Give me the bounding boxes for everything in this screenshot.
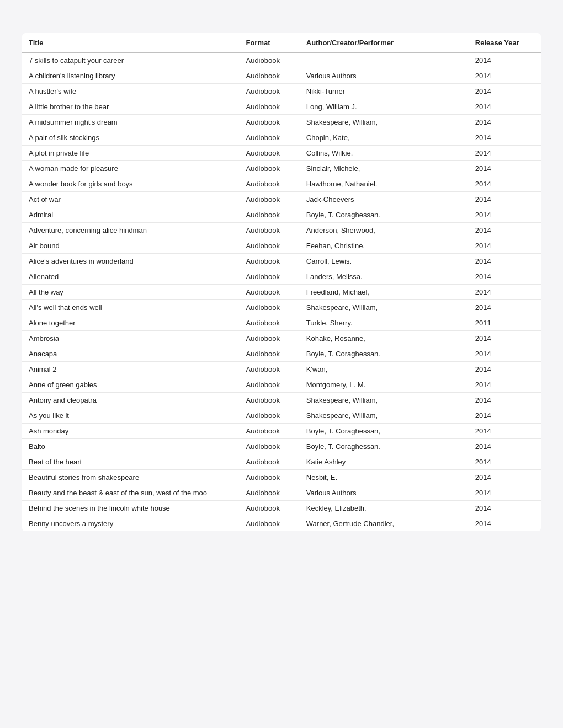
cell-title: Air bound [22,238,239,254]
cell-year: 2014 [469,501,541,516]
cell-author: Boyle, T. Coraghessan. [300,346,469,362]
cell-title: Ambrosia [22,331,239,346]
cell-format: Audiobook [239,207,299,223]
cell-title: Beat of the heart [22,454,239,470]
cell-year: 2014 [469,99,541,115]
cell-title: A little brother to the bear [22,99,239,115]
cell-title: All's well that ends well [22,300,239,315]
cell-author: Hawthorne, Nathaniel. [300,176,469,192]
cell-author: Shakespeare, William, [300,393,469,408]
table-row: A children's listening libraryAudiobookV… [22,68,541,84]
cell-title: A woman made for pleasure [22,161,239,176]
table-row: Adventure, concerning alice hindmanAudio… [22,223,541,238]
cell-format: Audiobook [239,68,299,84]
cell-format: Audiobook [239,130,299,146]
cell-title: A wonder book for girls and boys [22,176,239,192]
cell-format: Audiobook [239,285,299,300]
cell-year: 2014 [469,146,541,161]
cell-format: Audiobook [239,485,299,501]
cell-format: Audiobook [239,115,299,130]
cell-title: Anne of green gables [22,377,239,393]
cell-year: 2014 [469,470,541,485]
table-row: All's well that ends wellAudiobookShakes… [22,300,541,315]
table-row: Beautiful stories from shakespeareAudiob… [22,470,541,485]
cell-author: Montgomery, L. M. [300,377,469,393]
cell-title: Behind the scenes in the lincoln white h… [22,501,239,516]
table-row: Act of warAudiobookJack-Cheevers2014 [22,192,541,207]
cell-year: 2014 [469,115,541,130]
cell-year: 2014 [469,362,541,377]
cell-year: 2014 [469,161,541,176]
cell-title: Act of war [22,192,239,207]
cell-year: 2014 [469,377,541,393]
cell-year: 2014 [469,408,541,424]
table-row: AmbrosiaAudiobookKohake, Rosanne,2014 [22,331,541,346]
cell-title: 7 skills to catapult your career [22,53,239,68]
cell-year: 2014 [469,424,541,439]
cell-year: 2014 [469,285,541,300]
table-row: A wonder book for girls and boysAudioboo… [22,176,541,192]
cell-format: Audiobook [239,516,299,532]
cell-year: 2014 [469,207,541,223]
cell-format: Audiobook [239,377,299,393]
cell-author: Various Authors [300,68,469,84]
table-row: A little brother to the bearAudiobookLon… [22,99,541,115]
cell-title: A children's listening library [22,68,239,84]
cell-author: Various Authors [300,485,469,501]
cell-title: Alone together [22,315,239,331]
cell-format: Audiobook [239,161,299,176]
cell-format: Audiobook [239,254,299,269]
cell-author: Shakespeare, William, [300,300,469,315]
cell-year: 2014 [469,393,541,408]
cell-format: Audiobook [239,331,299,346]
cell-author: Boyle, T. Coraghessan. [300,439,469,454]
cell-year: 2014 [469,346,541,362]
table-row: AdmiralAudiobookBoyle, T. Coraghessan.20… [22,207,541,223]
cell-author: Anderson, Sherwood, [300,223,469,238]
cell-title: Anacapa [22,346,239,362]
table-row: Animal 2AudiobookK'wan,2014 [22,362,541,377]
cell-title: Admiral [22,207,239,223]
cell-author: Collins, Wilkie. [300,146,469,161]
cell-format: Audiobook [239,424,299,439]
cell-year: 2014 [469,454,541,470]
cell-author: Carroll, Lewis. [300,254,469,269]
cell-year: 2014 [469,269,541,285]
cell-author: Nesbit, E. [300,470,469,485]
cell-title: Adventure, concerning alice hindman [22,223,239,238]
cell-author: Chopin, Kate, [300,130,469,146]
table-row: BaltoAudiobookBoyle, T. Coraghessan.2014 [22,439,541,454]
cell-format: Audiobook [239,346,299,362]
cell-author: K'wan, [300,362,469,377]
table-row: Ash mondayAudiobookBoyle, T. Coraghessan… [22,424,541,439]
cell-author: Long, William J. [300,99,469,115]
table-row: Anne of green gablesAudiobookMontgomery,… [22,377,541,393]
table-row: Alone togetherAudiobookTurkle, Sherry.20… [22,315,541,331]
table-row: Antony and cleopatraAudiobookShakespeare… [22,393,541,408]
cell-title: Benny uncovers a mystery [22,516,239,532]
cell-author: Landers, Melissa. [300,269,469,285]
cell-author: Kohake, Rosanne, [300,331,469,346]
cell-author: Freedland, Michael, [300,285,469,300]
cell-title: As you like it [22,408,239,424]
cell-title: All the way [22,285,239,300]
cell-year: 2014 [469,516,541,532]
cell-author: Katie Ashley [300,454,469,470]
cell-format: Audiobook [239,269,299,285]
cell-format: Audiobook [239,192,299,207]
cell-title: Beauty and the beast & east of the sun, … [22,485,239,501]
cell-title: A hustler's wife [22,84,239,99]
table-row: A hustler's wifeAudiobookNikki-Turner201… [22,84,541,99]
table-row: A midsummer night's dreamAudiobookShakes… [22,115,541,130]
table-row: A woman made for pleasureAudiobookSincla… [22,161,541,176]
column-header-author: Author/Creator/Performer [300,33,469,53]
cell-year: 2014 [469,53,541,68]
cell-format: Audiobook [239,146,299,161]
cell-format: Audiobook [239,439,299,454]
table-row: 7 skills to catapult your careerAudioboo… [22,53,541,68]
books-table: Title Format Author/Creator/Performer Re… [22,33,541,531]
table-row: Benny uncovers a mysteryAudiobookWarner,… [22,516,541,532]
cell-year: 2014 [469,331,541,346]
cell-format: Audiobook [239,99,299,115]
cell-author: Shakespeare, William, [300,115,469,130]
